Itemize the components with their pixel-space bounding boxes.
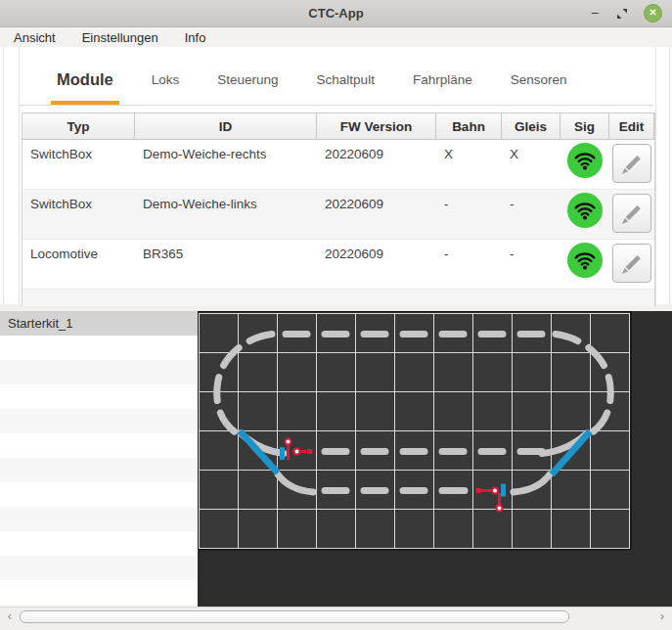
cell-typ: SwitchBox — [22, 190, 135, 239]
cell-edit — [609, 140, 654, 189]
list-empty-rows — [0, 336, 198, 607]
cell-id: BR365 — [135, 240, 317, 289]
cell-gleis: - — [502, 240, 560, 289]
scroll-left-icon[interactable]: ‹ — [3, 608, 17, 623]
cell-fw-version: 20220609 — [317, 240, 436, 289]
window-title: CTC-App — [308, 6, 363, 21]
tab-schaltpult[interactable]: Schaltpult — [311, 55, 381, 105]
module-panel: Module Loks Steuerung Schaltpult Fahrplä… — [0, 47, 672, 304]
cell-bahn: - — [436, 240, 502, 289]
menu-item-ansicht[interactable]: Ansicht — [7, 30, 63, 45]
cell-sig — [560, 140, 609, 189]
left-gutter-line — [3, 47, 4, 304]
cell-bahn: - — [436, 190, 502, 239]
close-icon[interactable]: ✕ — [644, 4, 662, 22]
pencil-icon — [615, 247, 649, 280]
cell-bahn: X — [436, 140, 502, 189]
edit-button[interactable] — [612, 194, 651, 233]
edit-button[interactable] — [612, 244, 651, 283]
wifi-icon — [567, 193, 603, 228]
minimize-icon[interactable]: – — [589, 8, 601, 20]
scroll-right-icon[interactable]: › — [655, 608, 669, 623]
col-header-sig[interactable]: Sig — [560, 112, 609, 140]
col-header-id[interactable]: ID — [135, 112, 317, 140]
col-header-fw-version[interactable]: FW Version — [317, 112, 436, 140]
col-header-edit[interactable]: Edit — [609, 112, 654, 140]
cell-typ: Locomotive — [22, 240, 135, 289]
tab-loks[interactable]: Loks — [146, 55, 186, 105]
table-row[interactable]: Locomotive BR365 20220609 - - — [22, 239, 654, 289]
cell-edit — [609, 240, 654, 289]
window-controls: – ✕ — [589, 0, 662, 26]
app-window: CTC-App – ✕ Ansicht Einstellungen Info M… — [0, 0, 672, 630]
list-item-starterkit[interactable]: Starterkit_1 — [0, 311, 198, 336]
right-gutter-line-2 — [669, 47, 670, 304]
horizontal-scrollbar: ‹ › — [0, 607, 672, 630]
cell-sig — [560, 240, 609, 289]
cell-sig — [560, 190, 609, 239]
tab-fahrplaene[interactable]: Fahrpläne — [407, 55, 478, 105]
grid — [198, 312, 631, 550]
cell-typ: SwitchBox — [22, 140, 135, 189]
cell-id: Demo-Weiche-rechts — [135, 140, 317, 189]
right-gutter-line — [655, 47, 656, 304]
cell-id: Demo-Weiche-links — [135, 190, 317, 239]
col-header-gleis[interactable]: Gleis — [502, 112, 560, 140]
cell-edit — [609, 190, 654, 239]
table-row[interactable]: SwitchBox Demo-Weiche-rechts 20220609 X … — [22, 140, 654, 189]
scrollbar-thumb[interactable] — [20, 610, 569, 623]
pencil-icon — [615, 197, 649, 230]
layout-list: Starterkit_1 — [0, 311, 198, 607]
tab-bar: Module Loks Steuerung Schaltpult Fahrplä… — [20, 55, 653, 106]
menubar: Ansicht Einstellungen Info — [0, 27, 672, 47]
table-header: Typ ID FW Version Bahn Gleis Sig Edit — [22, 112, 654, 140]
module-table: Typ ID FW Version Bahn Gleis Sig Edit Sw… — [22, 112, 655, 306]
cell-gleis: - — [502, 190, 560, 239]
table-row-clipped — [22, 289, 654, 306]
menu-item-info[interactable]: Info — [178, 30, 213, 45]
wifi-icon — [567, 143, 603, 178]
restore-icon[interactable] — [616, 8, 628, 20]
table-row[interactable]: SwitchBox Demo-Weiche-links 20220609 - - — [22, 189, 654, 239]
cell-fw-version: 20220609 — [317, 190, 436, 239]
cell-gleis: X — [502, 140, 560, 189]
tab-sensoren[interactable]: Sensoren — [505, 55, 573, 105]
titlebar: CTC-App – ✕ — [0, 0, 672, 27]
menu-item-einstellungen[interactable]: Einstellungen — [75, 30, 165, 45]
tab-steuerung[interactable]: Steuerung — [211, 55, 284, 105]
wifi-icon — [567, 243, 603, 278]
pencil-icon — [615, 147, 649, 180]
tab-module[interactable]: Module — [51, 55, 119, 105]
track-plan-canvas[interactable] — [198, 311, 672, 607]
col-header-bahn[interactable]: Bahn — [436, 112, 502, 140]
cell-fw-version: 20220609 — [317, 140, 436, 189]
edit-button[interactable] — [612, 144, 651, 183]
col-header-typ[interactable]: Typ — [22, 112, 135, 140]
